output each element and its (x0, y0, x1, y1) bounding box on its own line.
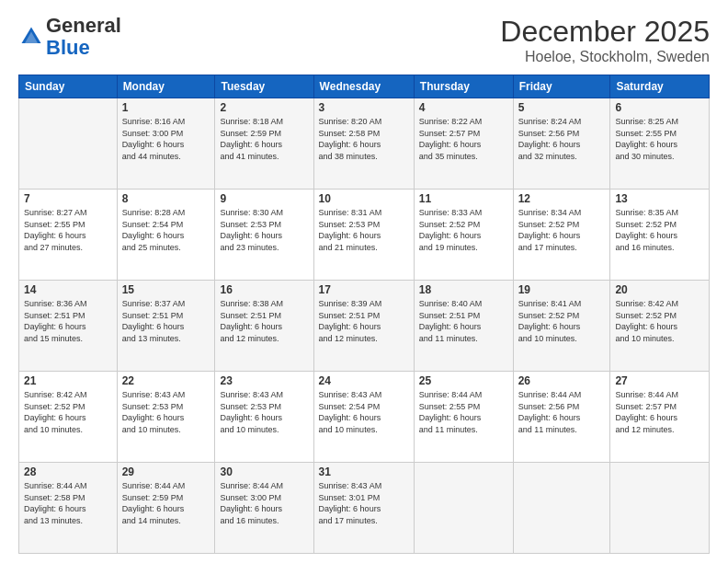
calendar-cell: 24Sunrise: 8:43 AM Sunset: 2:54 PM Dayli… (313, 372, 414, 463)
day-of-week-header: Friday (513, 75, 610, 98)
day-info: Sunrise: 8:44 AM Sunset: 3:00 PM Dayligh… (220, 480, 308, 526)
calendar-cell: 7Sunrise: 8:27 AM Sunset: 2:55 PM Daylig… (19, 190, 118, 281)
day-number: 2 (220, 101, 308, 114)
calendar-cell (19, 98, 118, 190)
day-of-week-header: Wednesday (313, 75, 414, 98)
day-info: Sunrise: 8:43 AM Sunset: 2:54 PM Dayligh… (319, 389, 409, 435)
day-info: Sunrise: 8:28 AM Sunset: 2:54 PM Dayligh… (122, 207, 210, 253)
calendar-cell (414, 463, 513, 554)
location: Hoeloe, Stockholm, Sweden (500, 49, 710, 65)
day-info: Sunrise: 8:43 AM Sunset: 2:53 PM Dayligh… (220, 389, 308, 435)
calendar-cell: 30Sunrise: 8:44 AM Sunset: 3:00 PM Dayli… (215, 463, 313, 554)
day-of-week-header: Thursday (414, 75, 513, 98)
day-number: 27 (615, 374, 704, 387)
calendar-week-row: 21Sunrise: 8:42 AM Sunset: 2:52 PM Dayli… (19, 372, 710, 463)
calendar-cell: 2Sunrise: 8:18 AM Sunset: 2:59 PM Daylig… (215, 98, 313, 190)
day-info: Sunrise: 8:36 AM Sunset: 2:51 PM Dayligh… (24, 298, 112, 344)
day-number: 26 (518, 374, 606, 387)
day-info: Sunrise: 8:16 AM Sunset: 3:00 PM Dayligh… (122, 116, 210, 162)
calendar-cell: 6Sunrise: 8:25 AM Sunset: 2:55 PM Daylig… (610, 98, 710, 190)
calendar-table: SundayMondayTuesdayWednesdayThursdayFrid… (18, 75, 710, 554)
day-of-week-header: Tuesday (215, 75, 313, 98)
day-number: 6 (615, 101, 704, 114)
calendar-cell: 16Sunrise: 8:38 AM Sunset: 2:51 PM Dayli… (215, 281, 313, 372)
day-info: Sunrise: 8:18 AM Sunset: 2:59 PM Dayligh… (220, 116, 308, 162)
day-number: 10 (319, 192, 409, 205)
calendar-cell: 17Sunrise: 8:39 AM Sunset: 2:51 PM Dayli… (313, 281, 414, 372)
title-block: December 2025 Hoeloe, Stockholm, Sweden (500, 15, 710, 65)
calendar-week-row: 14Sunrise: 8:36 AM Sunset: 2:51 PM Dayli… (19, 281, 710, 372)
day-number: 18 (419, 283, 508, 296)
month-title: December 2025 (500, 15, 710, 49)
day-info: Sunrise: 8:44 AM Sunset: 2:58 PM Dayligh… (24, 480, 112, 526)
day-info: Sunrise: 8:25 AM Sunset: 2:55 PM Dayligh… (615, 116, 704, 162)
calendar-cell: 4Sunrise: 8:22 AM Sunset: 2:57 PM Daylig… (414, 98, 513, 190)
day-of-week-header: Sunday (19, 75, 118, 98)
header: General Blue December 2025 Hoeloe, Stock… (18, 15, 710, 65)
day-info: Sunrise: 8:44 AM Sunset: 2:55 PM Dayligh… (419, 389, 508, 435)
day-number: 30 (220, 465, 308, 478)
logo-blue-text: Blue (46, 36, 90, 59)
calendar-cell: 27Sunrise: 8:44 AM Sunset: 2:57 PM Dayli… (610, 372, 710, 463)
day-info: Sunrise: 8:43 AM Sunset: 2:53 PM Dayligh… (122, 389, 210, 435)
calendar-cell (513, 463, 610, 554)
calendar-cell (610, 463, 710, 554)
day-info: Sunrise: 8:31 AM Sunset: 2:53 PM Dayligh… (319, 207, 409, 253)
day-number: 5 (518, 101, 606, 114)
day-info: Sunrise: 8:44 AM Sunset: 2:56 PM Dayligh… (518, 389, 606, 435)
calendar-cell: 11Sunrise: 8:33 AM Sunset: 2:52 PM Dayli… (414, 190, 513, 281)
day-info: Sunrise: 8:38 AM Sunset: 2:51 PM Dayligh… (220, 298, 308, 344)
day-number: 28 (24, 465, 112, 478)
calendar-cell: 19Sunrise: 8:41 AM Sunset: 2:52 PM Dayli… (513, 281, 610, 372)
calendar-cell: 21Sunrise: 8:42 AM Sunset: 2:52 PM Dayli… (19, 372, 118, 463)
calendar-cell: 26Sunrise: 8:44 AM Sunset: 2:56 PM Dayli… (513, 372, 610, 463)
day-info: Sunrise: 8:42 AM Sunset: 2:52 PM Dayligh… (615, 298, 704, 344)
day-info: Sunrise: 8:40 AM Sunset: 2:51 PM Dayligh… (419, 298, 508, 344)
calendar-week-row: 7Sunrise: 8:27 AM Sunset: 2:55 PM Daylig… (19, 190, 710, 281)
day-number: 23 (220, 374, 308, 387)
day-info: Sunrise: 8:44 AM Sunset: 2:57 PM Dayligh… (615, 389, 704, 435)
day-number: 16 (220, 283, 308, 296)
calendar-cell: 1Sunrise: 8:16 AM Sunset: 3:00 PM Daylig… (117, 98, 215, 190)
calendar-cell: 8Sunrise: 8:28 AM Sunset: 2:54 PM Daylig… (117, 190, 215, 281)
day-number: 9 (220, 192, 308, 205)
calendar-cell: 28Sunrise: 8:44 AM Sunset: 2:58 PM Dayli… (19, 463, 118, 554)
day-number: 29 (122, 465, 210, 478)
day-info: Sunrise: 8:42 AM Sunset: 2:52 PM Dayligh… (24, 389, 112, 435)
day-number: 3 (319, 101, 409, 114)
page: General Blue December 2025 Hoeloe, Stock… (0, 0, 728, 563)
day-info: Sunrise: 8:22 AM Sunset: 2:57 PM Dayligh… (419, 116, 508, 162)
day-info: Sunrise: 8:41 AM Sunset: 2:52 PM Dayligh… (518, 298, 606, 344)
calendar-week-row: 1Sunrise: 8:16 AM Sunset: 3:00 PM Daylig… (19, 98, 710, 190)
day-number: 14 (24, 283, 112, 296)
logo-general-text: General (46, 14, 121, 37)
day-number: 8 (122, 192, 210, 205)
day-info: Sunrise: 8:20 AM Sunset: 2:58 PM Dayligh… (319, 116, 409, 162)
calendar-cell: 31Sunrise: 8:43 AM Sunset: 3:01 PM Dayli… (313, 463, 414, 554)
day-number: 31 (319, 465, 409, 478)
calendar-cell: 20Sunrise: 8:42 AM Sunset: 2:52 PM Dayli… (610, 281, 710, 372)
day-info: Sunrise: 8:37 AM Sunset: 2:51 PM Dayligh… (122, 298, 210, 344)
day-number: 20 (615, 283, 704, 296)
day-info: Sunrise: 8:44 AM Sunset: 2:59 PM Dayligh… (122, 480, 210, 526)
day-info: Sunrise: 8:27 AM Sunset: 2:55 PM Dayligh… (24, 207, 112, 253)
calendar-cell: 13Sunrise: 8:35 AM Sunset: 2:52 PM Dayli… (610, 190, 710, 281)
day-info: Sunrise: 8:30 AM Sunset: 2:53 PM Dayligh… (220, 207, 308, 253)
day-number: 22 (122, 374, 210, 387)
day-number: 24 (319, 374, 409, 387)
day-of-week-header: Saturday (610, 75, 710, 98)
day-number: 15 (122, 283, 210, 296)
calendar-cell: 9Sunrise: 8:30 AM Sunset: 2:53 PM Daylig… (215, 190, 313, 281)
calendar-header-row: SundayMondayTuesdayWednesdayThursdayFrid… (19, 75, 710, 98)
calendar-cell: 18Sunrise: 8:40 AM Sunset: 2:51 PM Dayli… (414, 281, 513, 372)
day-info: Sunrise: 8:33 AM Sunset: 2:52 PM Dayligh… (419, 207, 508, 253)
day-info: Sunrise: 8:43 AM Sunset: 3:01 PM Dayligh… (319, 480, 409, 526)
calendar-cell: 3Sunrise: 8:20 AM Sunset: 2:58 PM Daylig… (313, 98, 414, 190)
logo: General Blue (18, 15, 121, 59)
day-number: 12 (518, 192, 606, 205)
day-number: 21 (24, 374, 112, 387)
calendar-cell: 29Sunrise: 8:44 AM Sunset: 2:59 PM Dayli… (117, 463, 215, 554)
calendar-week-row: 28Sunrise: 8:44 AM Sunset: 2:58 PM Dayli… (19, 463, 710, 554)
day-info: Sunrise: 8:35 AM Sunset: 2:52 PM Dayligh… (615, 207, 704, 253)
day-number: 1 (122, 101, 210, 114)
